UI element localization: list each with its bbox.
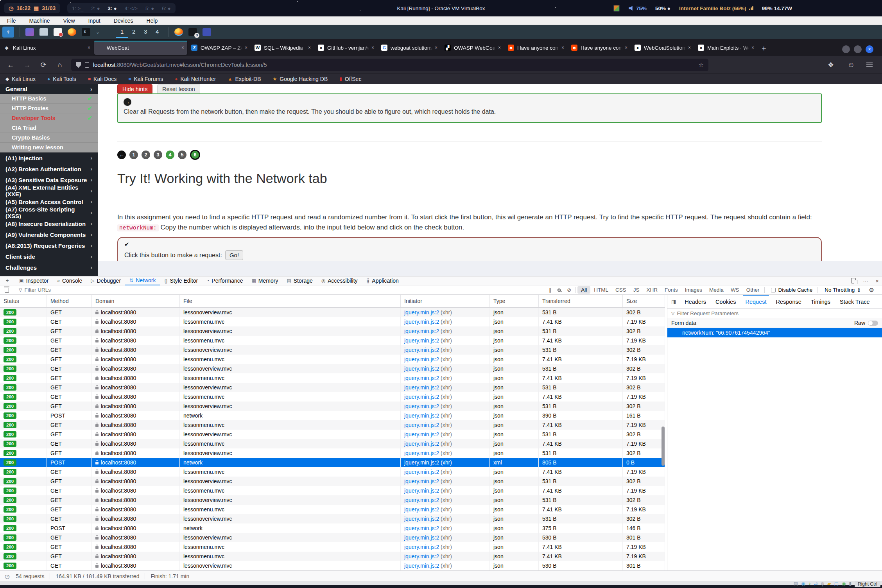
panel-clock[interactable]: ◷ 16:22 ▦ 31/03 bbox=[4, 3, 60, 13]
bookmark-item[interactable]: ▲ Exploit-DB bbox=[228, 76, 261, 82]
details-tab[interactable]: Timings bbox=[806, 295, 835, 309]
search-icon[interactable] bbox=[558, 289, 561, 292]
bookmark-item[interactable]: ★ Google Hacking DB bbox=[273, 76, 328, 82]
menu-item[interactable]: File bbox=[7, 18, 16, 24]
workspace-number[interactable]: 4 bbox=[151, 26, 163, 38]
initiator-link[interactable]: jquery.min.js:2 bbox=[404, 394, 439, 400]
terminal-launcher-icon[interactable]: $_ bbox=[82, 28, 90, 36]
browser-tab[interactable]: ☻ Have anyone comple × bbox=[505, 41, 567, 55]
tab-close-icon[interactable]: × bbox=[498, 45, 501, 50]
request-row[interactable]: 200 POST localhost:8080 network jquery.m… bbox=[0, 523, 665, 533]
bookmark-item[interactable]: ● Kali Tools bbox=[47, 76, 76, 82]
request-row[interactable]: 200 GET localhost:8080 lessonmenu.mvc jq… bbox=[0, 486, 665, 495]
request-row[interactable]: 200 GET localhost:8080 lessonmenu.mvc jq… bbox=[0, 552, 665, 561]
workspace-number[interactable]: 3 bbox=[140, 26, 151, 38]
initiator-link[interactable]: jquery.min.js:2 bbox=[404, 319, 439, 325]
sidebar-category[interactable]: (A8) Insecure Deserialization › bbox=[0, 218, 98, 229]
initiator-link[interactable]: jquery.min.js:2 bbox=[404, 450, 439, 456]
initiator-link[interactable]: jquery.min.js:2 bbox=[404, 384, 439, 391]
initiator-link[interactable]: jquery.min.js:2 bbox=[404, 506, 439, 513]
request-row[interactable]: 200 GET localhost:8080 lessonmenu.mvc jq… bbox=[0, 467, 665, 477]
initiator-link[interactable]: jquery.min.js:2 bbox=[404, 553, 439, 559]
clear-requests-icon[interactable] bbox=[5, 288, 9, 293]
tab-close-icon[interactable]: × bbox=[688, 45, 691, 50]
initiator-link[interactable]: jquery.min.js:2 bbox=[404, 534, 439, 541]
power-indicator[interactable]: 99% 14.77W bbox=[762, 5, 792, 11]
devtools-tool-tab[interactable]: ◎ Accessibility bbox=[317, 276, 362, 285]
optical-disk-icon[interactable]: ◉ bbox=[801, 581, 805, 587]
request-row[interactable]: 200 GET localhost:8080 lessonoverview.mv… bbox=[0, 477, 665, 486]
new-tab-button[interactable]: + bbox=[762, 44, 766, 53]
details-tab[interactable]: Cookies bbox=[711, 295, 740, 309]
url-bar[interactable]: localhost:8080/WebGoat/start.mvc#lesson/… bbox=[71, 59, 708, 71]
bookmark-item[interactable]: ◆ Kali Linux bbox=[5, 76, 36, 82]
files-window-button[interactable] bbox=[203, 28, 211, 36]
request-row[interactable]: 200 GET localhost:8080 lessonmenu.mvc jq… bbox=[0, 317, 665, 326]
devtools-tool-tab[interactable]: ▦ Memory bbox=[247, 276, 283, 285]
page-number-button[interactable]: 5 bbox=[178, 151, 186, 159]
menu-hamburger-icon[interactable] bbox=[866, 63, 873, 67]
bookmark-item[interactable]: ■ Kali Forums bbox=[128, 76, 163, 82]
filter-urls-input[interactable] bbox=[24, 287, 142, 293]
meatball-menu-icon[interactable]: ⋯ bbox=[863, 278, 868, 284]
column-header[interactable]: Status bbox=[0, 295, 47, 307]
sidebar-lesson-item[interactable]: Crypto Basics ✔ bbox=[0, 133, 98, 143]
forward-button[interactable]: → bbox=[22, 61, 32, 69]
sidebar-category[interactable]: (A5) Broken Access Control › bbox=[0, 196, 98, 207]
request-list-scrollbar[interactable] bbox=[662, 427, 665, 466]
menu-item[interactable]: Machine bbox=[29, 18, 50, 24]
tab-close-icon[interactable]: × bbox=[371, 45, 374, 50]
initiator-link[interactable]: jquery.min.js:2 bbox=[404, 403, 439, 409]
browser-tab[interactable]: ● GitHub - vernjan/we × bbox=[315, 41, 377, 55]
network-adapter-icon[interactable]: ⇄ bbox=[814, 581, 818, 587]
close-button[interactable]: × bbox=[866, 45, 873, 53]
type-filter-button[interactable]: XHR bbox=[643, 286, 662, 294]
text-editor-icon[interactable] bbox=[54, 28, 62, 36]
responsive-design-icon[interactable] bbox=[851, 278, 856, 283]
tab-close-icon[interactable]: × bbox=[751, 45, 754, 50]
sidebar-lesson-item[interactable]: CIA Triad ✔ bbox=[0, 123, 98, 133]
chevron-down-icon[interactable]: ⌄ bbox=[96, 29, 100, 35]
page-back-icon[interactable]: ← bbox=[117, 151, 126, 159]
sidebar-category[interactable]: (A7) Cross-Site Scripting (XSS) › bbox=[0, 207, 98, 218]
request-row[interactable]: 200 GET localhost:8080 lessonmenu.mvc jq… bbox=[0, 355, 665, 364]
initiator-link[interactable]: jquery.min.js:2 bbox=[404, 459, 439, 466]
kali-menu-button[interactable]: ♆ bbox=[2, 27, 14, 38]
reload-button[interactable]: ⟳ bbox=[38, 61, 48, 69]
browser-tab[interactable]: ● WebGoatSolutions/S × bbox=[631, 41, 694, 55]
bookmark-item[interactable]: ▮ OffSec bbox=[339, 76, 361, 82]
tab-close-icon[interactable]: × bbox=[245, 45, 247, 50]
request-row[interactable]: 200 GET localhost:8080 lessonoverview.mv… bbox=[0, 561, 665, 570]
filter-request-parameters-input[interactable] bbox=[677, 310, 786, 316]
maximize-button[interactable] bbox=[854, 45, 862, 53]
initiator-link[interactable]: jquery.min.js:2 bbox=[404, 347, 439, 353]
workspace-indicator[interactable]: 1: >_ bbox=[72, 5, 83, 11]
menu-item[interactable]: Devices bbox=[114, 18, 133, 24]
menu-item[interactable]: View bbox=[63, 18, 75, 24]
devtools-tool-tab[interactable]: {} Style Editor bbox=[160, 276, 202, 285]
devtools-close-icon[interactable]: × bbox=[875, 278, 879, 284]
sidebar-lesson-item[interactable]: Writing new lesson ✔ bbox=[0, 143, 98, 152]
request-row[interactable]: 200 GET localhost:8080 lessonoverview.mv… bbox=[0, 430, 665, 439]
type-filter-button[interactable]: Fonts bbox=[661, 286, 681, 294]
browser-tab[interactable]: Z OWASP ZAP – ZAP i × bbox=[188, 41, 251, 55]
terminal-window-button[interactable]: 3 bbox=[188, 28, 197, 36]
type-filter-button[interactable]: All bbox=[577, 286, 590, 294]
request-row[interactable]: 200 GET localhost:8080 lessonoverview.mv… bbox=[0, 402, 665, 411]
initiator-link[interactable]: jquery.min.js:2 bbox=[404, 469, 439, 475]
request-row[interactable]: 200 GET localhost:8080 lessonoverview.mv… bbox=[0, 308, 665, 317]
volume-indicator[interactable]: 75% bbox=[629, 5, 647, 11]
usb-icon[interactable]: ψ bbox=[821, 581, 825, 587]
initiator-link[interactable]: jquery.min.js:2 bbox=[404, 497, 439, 503]
column-header[interactable]: Domain bbox=[92, 295, 180, 307]
workspace-indicator[interactable]: 5: ● bbox=[145, 5, 154, 11]
bookmark-star-icon[interactable]: ☆ bbox=[699, 61, 704, 68]
workspace-number[interactable]: 2 bbox=[128, 26, 140, 38]
initiator-link[interactable]: jquery.min.js:2 bbox=[404, 412, 439, 419]
recording-icon[interactable]: ◉ bbox=[842, 581, 846, 587]
page-info-icon[interactable] bbox=[85, 62, 89, 68]
initiator-link[interactable]: jquery.min.js:2 bbox=[404, 544, 439, 550]
request-row[interactable]: 200 POST localhost:8080 network jquery.m… bbox=[0, 458, 665, 467]
firefox-window-button[interactable] bbox=[174, 28, 183, 36]
pause-traffic-icon[interactable]: ∥ bbox=[546, 287, 554, 293]
